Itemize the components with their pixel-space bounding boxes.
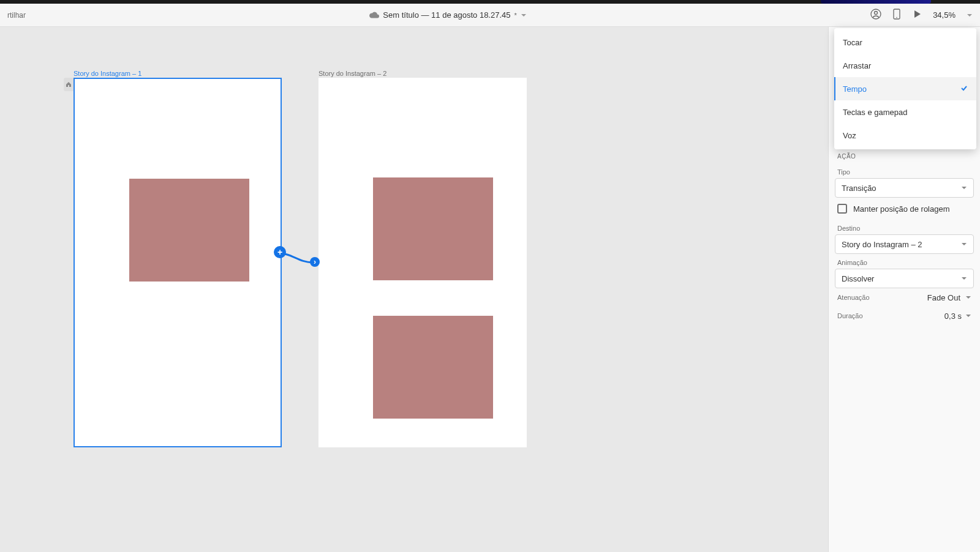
easing-row: Atenuação Fade Out	[835, 288, 974, 307]
preserve-scroll-label: Manter posição de rolagem	[853, 204, 950, 214]
chevron-down-icon	[965, 310, 971, 321]
chevron-down-icon	[961, 240, 967, 249]
menu-item-label: Tocar	[843, 38, 862, 47]
wire-destination-handle[interactable]	[310, 257, 320, 267]
type-dropdown-value: Transição	[842, 184, 876, 193]
chevron-down-icon	[965, 292, 971, 303]
header-right-controls: 34,5%	[870, 9, 973, 22]
easing-label: Atenuação	[837, 294, 870, 301]
destination-dropdown-value: Story do Instagram – 2	[842, 240, 922, 249]
canvas-area[interactable]: Story do Instagram – 1 Story do Instagra…	[0, 27, 733, 552]
artboard-2[interactable]	[318, 78, 527, 447]
rectangle-shape[interactable]	[373, 177, 493, 280]
top-strip-decoration	[821, 0, 931, 4]
chevron-down-icon	[961, 274, 967, 283]
animation-field-label: Animação	[835, 254, 974, 269]
rectangle-shape[interactable]	[129, 179, 249, 282]
check-icon	[960, 84, 968, 94]
action-section-title: AÇÃO	[829, 147, 980, 163]
duration-select[interactable]: 0,3 s	[944, 310, 971, 321]
chevron-down-icon	[521, 10, 527, 21]
type-dropdown[interactable]: Transição	[835, 178, 974, 198]
document-title: Sem título — 11 de agosto 18.27.45	[383, 10, 510, 20]
duration-value: 0,3 s	[944, 311, 962, 321]
doc-modified-star: *	[514, 12, 517, 19]
animation-dropdown-value: Dissolver	[842, 274, 874, 283]
easing-value: Fade Out	[927, 293, 960, 302]
trigger-menu-item-tocar[interactable]: Tocar	[834, 31, 976, 54]
rectangle-shape[interactable]	[373, 316, 493, 419]
wire-add-handle[interactable]	[274, 246, 286, 258]
trigger-menu-item-voz[interactable]: Voz	[834, 124, 976, 147]
user-icon[interactable]	[870, 9, 881, 22]
svg-point-1	[875, 11, 878, 14]
preserve-scroll-row[interactable]: Manter posição de rolagem	[835, 198, 974, 220]
artboard-2-label[interactable]: Story do Instagram – 2	[318, 70, 386, 77]
zoom-level[interactable]: 34,5%	[933, 10, 956, 20]
animation-dropdown[interactable]: Dissolver	[835, 269, 974, 288]
duration-row: Duração 0,3 s	[835, 307, 974, 325]
destination-dropdown[interactable]: Story do Instagram – 2	[835, 234, 974, 254]
play-icon[interactable]	[912, 9, 922, 21]
chevron-down-icon	[961, 184, 967, 193]
trigger-menu-item-arrastar[interactable]: Arrastar	[834, 54, 976, 77]
menu-item-label: Teclas e gamepad	[843, 108, 908, 117]
trigger-menu-item-tempo[interactable]: Tempo	[834, 77, 976, 100]
mobile-preview-icon[interactable]	[892, 9, 901, 22]
preserve-scroll-checkbox[interactable]	[837, 204, 847, 214]
menu-item-label: Voz	[843, 131, 856, 140]
menu-item-label: Arrastar	[843, 61, 871, 70]
easing-select[interactable]: Fade Out	[927, 292, 971, 303]
type-field-label: Tipo	[835, 163, 974, 178]
share-label-fragment[interactable]: rtilhar	[7, 11, 26, 20]
artboard-1-label[interactable]: Story do Instagram – 1	[74, 70, 141, 77]
trigger-dropdown-menu: Tocar Arrastar Tempo Teclas e gamepad Vo…	[834, 28, 976, 149]
cloud-icon	[369, 10, 379, 21]
header-bar: rtilhar Sem título — 11 de agosto 18.27.…	[0, 4, 980, 27]
destination-field-label: Destino	[835, 220, 974, 234]
trigger-menu-item-teclas[interactable]: Teclas e gamepad	[834, 100, 976, 124]
app-title-strip	[0, 0, 980, 4]
svg-point-3	[896, 17, 897, 18]
menu-item-label: Tempo	[843, 84, 867, 94]
document-title-area[interactable]: Sem título — 11 de agosto 18.27.45 *	[369, 10, 526, 21]
home-artboard-tab[interactable]	[64, 78, 74, 91]
zoom-chevron-icon[interactable]	[967, 10, 973, 21]
artboard-1[interactable]	[74, 78, 282, 447]
duration-label: Duração	[837, 312, 863, 319]
